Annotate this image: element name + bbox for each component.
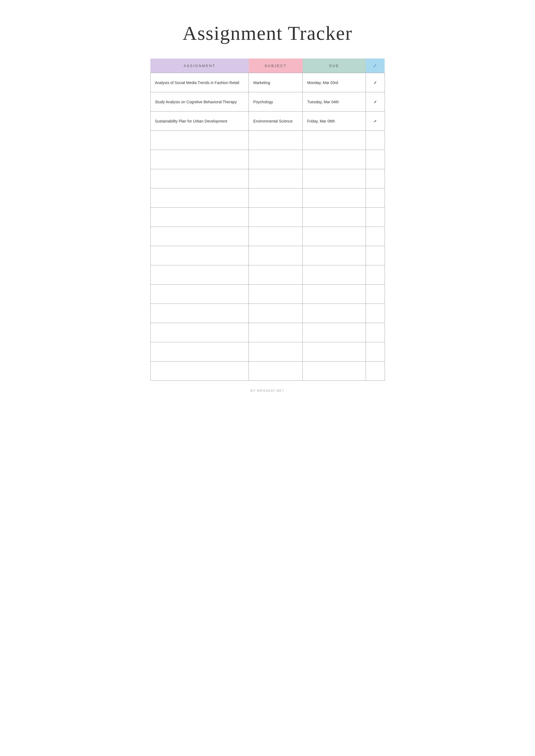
header-row: Assignment Subject Due ✓ — [150, 59, 385, 73]
table-row — [150, 342, 385, 362]
cell-subject[interactable] — [249, 362, 303, 381]
cell-check[interactable] — [366, 265, 385, 284]
cell-assignment[interactable] — [150, 246, 249, 265]
cell-subject[interactable] — [249, 284, 303, 304]
cell-check[interactable]: ✓ — [366, 92, 385, 112]
header-subject: Subject — [249, 59, 303, 73]
table-row: Study Analysis on Cognitive Behavioral T… — [150, 92, 385, 112]
cell-due[interactable] — [303, 265, 366, 284]
cell-assignment[interactable] — [150, 362, 249, 381]
page-title: Assignment Tracker — [183, 22, 352, 44]
cell-check[interactable] — [366, 246, 385, 265]
cell-check[interactable]: ✓ — [366, 73, 385, 92]
table-row — [150, 323, 385, 342]
cell-assignment[interactable] — [150, 227, 249, 246]
cell-assignment[interactable] — [150, 265, 249, 284]
table-row — [150, 188, 385, 208]
cell-subject[interactable] — [249, 323, 303, 342]
cell-assignment[interactable] — [150, 188, 249, 208]
title-container: Assignment Tracker — [150, 16, 385, 47]
cell-subject[interactable] — [249, 304, 303, 323]
cell-subject[interactable] — [249, 150, 303, 169]
cell-due[interactable] — [303, 246, 366, 265]
tracker-table: Assignment Subject Due ✓ Analysis of Soc… — [150, 59, 385, 381]
cell-subject[interactable] — [249, 265, 303, 284]
cell-check[interactable] — [366, 131, 385, 150]
cell-check[interactable]: ✓ — [366, 112, 385, 131]
cell-assignment[interactable]: Study Analysis on Cognitive Behavioral T… — [150, 92, 249, 112]
cell-assignment[interactable] — [150, 150, 249, 169]
header-check: ✓ — [366, 59, 385, 73]
table-row: Analysis of Social Media Trends in Fashi… — [150, 73, 385, 92]
cell-check[interactable] — [366, 150, 385, 169]
cell-subject[interactable]: Marketing — [249, 73, 303, 92]
cell-assignment[interactable] — [150, 304, 249, 323]
cell-check[interactable] — [366, 188, 385, 208]
cell-check[interactable] — [366, 362, 385, 381]
cell-check[interactable] — [366, 284, 385, 304]
table-row: Sustainability Plan for Urban Developmen… — [150, 112, 385, 131]
cell-subject[interactable] — [249, 246, 303, 265]
table-row — [150, 246, 385, 265]
cell-due[interactable] — [303, 342, 366, 362]
cell-due[interactable]: Friday, Mar 06th — [303, 112, 366, 131]
cell-due[interactable] — [303, 362, 366, 381]
cell-assignment[interactable] — [150, 342, 249, 362]
table-row — [150, 150, 385, 169]
cell-due[interactable] — [303, 188, 366, 208]
cell-due[interactable] — [303, 284, 366, 304]
cell-assignment[interactable]: Sustainability Plan for Urban Developmen… — [150, 112, 249, 131]
cell-subject[interactable] — [249, 131, 303, 150]
table-row — [150, 284, 385, 304]
footer-text: BY MRSNEAT.NET — [150, 389, 385, 392]
table-row — [150, 265, 385, 284]
cell-due[interactable] — [303, 323, 366, 342]
cell-subject[interactable] — [249, 208, 303, 227]
cell-due[interactable] — [303, 227, 366, 246]
table-row — [150, 208, 385, 227]
cell-subject[interactable]: Psychology — [249, 92, 303, 112]
cell-check[interactable] — [366, 227, 385, 246]
cell-assignment[interactable]: Analysis of Social Media Trends in Fashi… — [150, 73, 249, 92]
page: Assignment Tracker Assignment Subject Du… — [134, 6, 401, 409]
table-row — [150, 227, 385, 246]
cell-due[interactable]: Monday, Mar 03rd — [303, 73, 366, 92]
cell-check[interactable] — [366, 304, 385, 323]
cell-assignment[interactable] — [150, 131, 249, 150]
cell-assignment[interactable] — [150, 323, 249, 342]
header-assignment: Assignment — [150, 59, 249, 73]
cell-assignment[interactable] — [150, 284, 249, 304]
cell-due[interactable]: Tuesday, Mar 04th — [303, 92, 366, 112]
table-row — [150, 362, 385, 381]
cell-assignment[interactable] — [150, 169, 249, 188]
cell-due[interactable] — [303, 208, 366, 227]
cell-due[interactable] — [303, 131, 366, 150]
cell-check[interactable] — [366, 323, 385, 342]
cell-check[interactable] — [366, 342, 385, 362]
table-row — [150, 169, 385, 188]
cell-subject[interactable] — [249, 188, 303, 208]
cell-subject[interactable] — [249, 342, 303, 362]
table-row — [150, 304, 385, 323]
cell-subject[interactable] — [249, 169, 303, 188]
table-row — [150, 131, 385, 150]
cell-check[interactable] — [366, 208, 385, 227]
cell-due[interactable] — [303, 150, 366, 169]
cell-subject[interactable] — [249, 227, 303, 246]
cell-subject[interactable]: Environmental Science — [249, 112, 303, 131]
cell-assignment[interactable] — [150, 208, 249, 227]
cell-check[interactable] — [366, 169, 385, 188]
cell-due[interactable] — [303, 169, 366, 188]
header-due: Due — [303, 59, 366, 73]
cell-due[interactable] — [303, 304, 366, 323]
